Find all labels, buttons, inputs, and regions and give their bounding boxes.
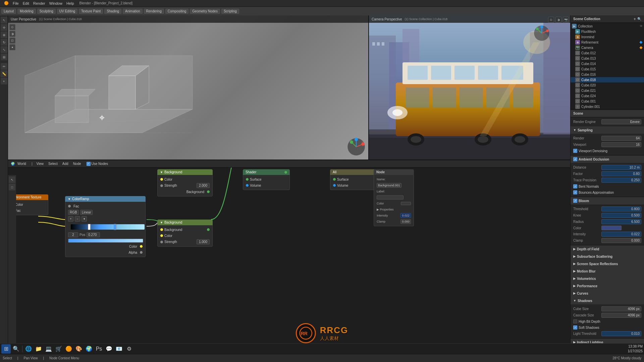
tab-sculpting[interactable]: Sculpting (37, 9, 56, 14)
bloom-header[interactable]: ✓ Bloom (571, 197, 644, 204)
tab-texture-paint[interactable]: Texture Paint (79, 9, 103, 14)
camera-shading-btn[interactable]: ◑ (555, 17, 561, 23)
tab-uv-editing[interactable]: UV Editing (57, 9, 77, 14)
ao-trace-value[interactable]: 0.250 (601, 178, 641, 183)
viewport-camera[interactable]: Camera Perspective (1) Scene Collection … (369, 15, 570, 160)
light-threshold-value[interactable]: 0.010 (601, 331, 641, 336)
taskbar-chrome[interactable]: 🌍 (84, 344, 94, 354)
scene-tree-cube015[interactable]: □ Cube.015 (571, 66, 644, 72)
node-properties-toggle[interactable]: ▶ Properties (377, 208, 394, 211)
ao-bounces-check[interactable]: ✓ (573, 190, 577, 194)
viewport-shading-btn[interactable]: ◑ (9, 31, 15, 37)
node-editor-add-btn[interactable]: Add (62, 162, 68, 166)
colorramp-stop-2[interactable] (114, 224, 116, 230)
taskbar-search[interactable]: 🔍 (11, 344, 21, 354)
colorramp-menu[interactable]: ▾ (82, 216, 87, 222)
taskbar-mail[interactable]: 📧 (114, 344, 124, 354)
tool-annotate[interactable]: ✏ (1, 63, 7, 70)
background-upper-expand[interactable]: ▼ (160, 171, 163, 174)
ao-factor-value[interactable]: 0.80 (601, 171, 641, 176)
menu-render[interactable]: Render (31, 1, 47, 5)
tool-transform[interactable]: ⊞ (1, 54, 7, 60)
colorramp-stop-num[interactable]: 2 (68, 232, 78, 237)
motion-blur-header[interactable]: ▶ Motion Blur (571, 267, 644, 275)
taskbar-settings[interactable]: ⚙ (124, 344, 134, 354)
node-label-panel[interactable]: Node Name: Background.001 Label: (374, 169, 414, 226)
scene-tree-cube013[interactable]: □ Cube.013 (571, 56, 644, 61)
node-name-input[interactable]: Background.001 (377, 183, 401, 188)
tab-rendering[interactable]: Rendering (144, 9, 164, 14)
colorramp-gradient-bar[interactable] (71, 224, 145, 230)
sampling-header[interactable]: ▼ Sampling (571, 126, 644, 134)
background-upper-strength-value[interactable]: 2.000 (197, 183, 210, 188)
background-lower-expand[interactable]: ▼ (160, 221, 163, 224)
high-bit-check[interactable] (573, 319, 577, 323)
scene-tree-cube021[interactable]: □ Cube.021 (571, 88, 644, 93)
curves-header[interactable]: ▶ Curves (571, 290, 644, 297)
bloom-radius-value[interactable]: 6.500 (601, 219, 641, 224)
cube-size-value[interactable]: 4096 px (601, 306, 641, 311)
node-tool-select[interactable]: ↖ (9, 176, 15, 183)
bloom-checkbox[interactable]: ✓ (573, 199, 577, 203)
menu-help[interactable]: Help (64, 1, 76, 5)
tool-measure[interactable]: 📏 (1, 70, 7, 77)
soft-shadows-check[interactable]: ✓ (573, 325, 577, 329)
taskbar-terminal[interactable]: 💻 (44, 344, 53, 354)
ssr-header[interactable]: ▶ Screen Space Reflections (571, 260, 644, 267)
subsurface-header[interactable]: ▶ Subsurface Scattering (571, 253, 644, 260)
depth-of-field-header[interactable]: ▶ Depth of Field (571, 245, 644, 253)
scene-collection-add[interactable]: + (634, 17, 636, 21)
scene-tree-cube020[interactable]: □ Cube.020 (571, 82, 644, 88)
node-tool-box[interactable]: □ (9, 184, 15, 190)
node-canvas[interactable]: Environment Texture Color Fac (8, 168, 570, 362)
menu-blender[interactable]: 🟠 (2, 1, 11, 5)
taskbar-paint[interactable]: 🎨 (74, 344, 84, 354)
scene-tree-collection[interactable]: ▶ Collection 👁 (571, 23, 644, 29)
viewport-wire-btn[interactable]: ⊡ (9, 38, 15, 44)
taskbar-explorer[interactable]: 📁 (34, 344, 43, 354)
viewport-user-perspective[interactable]: User Perspective (1) Scene Collection | … (8, 15, 369, 160)
tool-add[interactable]: + (1, 78, 7, 84)
tab-animation[interactable]: Animation (123, 9, 142, 14)
tool-select[interactable]: ↖ (1, 17, 7, 23)
scene-tree-cube016[interactable]: □ Cube.016 (571, 72, 644, 77)
colorramp-pos-value[interactable]: 0.270 (87, 232, 100, 237)
render-engine-value[interactable]: Eevee (601, 119, 641, 124)
collection-visibility[interactable]: 👁 (640, 24, 643, 28)
node-material-output[interactable]: All Surface Volume (330, 169, 379, 190)
scene-tree-cube012[interactable]: □ Cube.012 (571, 50, 644, 56)
bloom-threshold-value[interactable]: 0.800 (601, 206, 641, 212)
node-intensity-value[interactable]: 0.022 (400, 213, 411, 218)
scene-tree-cylinder001[interactable]: ○ Cylinder.001 (571, 104, 644, 109)
tool-rotate[interactable]: ↻ (1, 39, 7, 46)
volumetrics-header[interactable]: ▶ Volumetrics (571, 275, 644, 282)
colorramp-stop-1[interactable] (88, 224, 91, 230)
node-background-lower[interactable]: ▼ Background Background Color (157, 220, 213, 247)
node-editor-node-btn[interactable]: Node (73, 162, 81, 166)
bloom-knee-value[interactable]: 0.500 (601, 213, 641, 218)
node-editor-use-nodes[interactable]: ✓ Use Nodes (87, 162, 108, 166)
ao-header[interactable]: ✓ Ambient Occlusion (571, 156, 644, 163)
scene-tree-refinement[interactable]: ◆ Refinement 🔷 (571, 40, 644, 45)
viewport-solid-btn[interactable]: ● (9, 44, 15, 50)
performance-header[interactable]: ▶ Performance (571, 282, 644, 290)
bloom-intensity-value[interactable]: 0.022 (601, 232, 641, 237)
node-editor-select-btn[interactable]: Select (48, 162, 58, 166)
node-colorramp[interactable]: ▼ ColorRamp Fac RGB Linear (65, 196, 146, 257)
menu-window[interactable]: Window (47, 1, 64, 5)
tool-scale[interactable]: ⤡ (1, 46, 7, 53)
scene-tree-cube014[interactable]: □ Cube.014 (571, 61, 644, 66)
node-editor-view-btn[interactable]: View (37, 162, 44, 166)
tab-compositing[interactable]: Compositing (165, 9, 189, 14)
bloom-clamp-value[interactable]: 0.000 (601, 238, 641, 243)
scene-tree-ironmind[interactable]: ◆ Ironmind (571, 34, 644, 40)
scene-tree-fluxmesh[interactable]: ▶ FluxMesh (571, 29, 644, 34)
bloom-color-swatch[interactable] (601, 226, 622, 230)
cascade-size-value[interactable]: 4096 px (601, 313, 641, 318)
ao-checkbox[interactable]: ✓ (573, 157, 577, 161)
viewport-samples-value[interactable]: 16 (601, 142, 641, 147)
taskbar-discord[interactable]: 💬 (104, 344, 114, 354)
tab-layout[interactable]: Layout (1, 9, 16, 14)
shadows-header[interactable]: ▼ Shadows (571, 297, 644, 304)
colorramp-add-stop[interactable]: + (68, 216, 73, 222)
